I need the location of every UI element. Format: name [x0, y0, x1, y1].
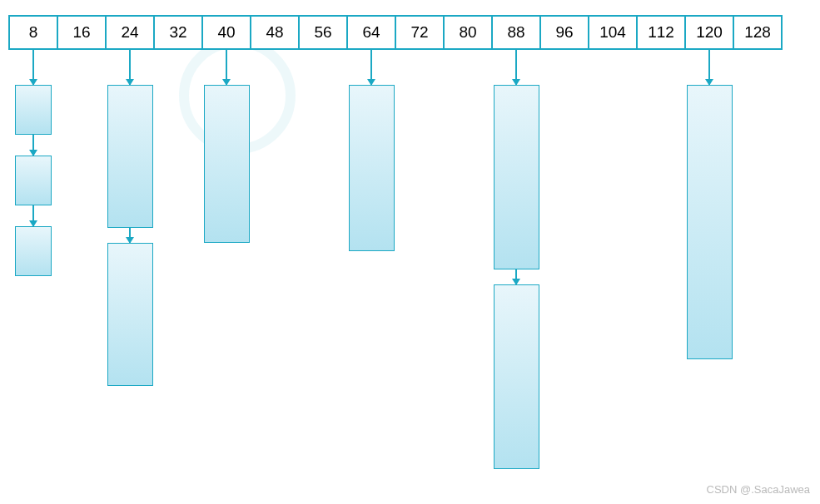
column-64: [349, 50, 395, 251]
memory-block: [15, 85, 52, 135]
column-88: [494, 50, 539, 469]
header-cell-104: 104: [588, 15, 638, 50]
memory-block: [687, 85, 733, 359]
memory-block: [494, 85, 539, 269]
arrow-down-icon: [129, 228, 131, 243]
header-cell-56: 56: [298, 15, 348, 50]
arrow-down-icon: [32, 50, 34, 85]
arrow-down-icon: [32, 205, 34, 226]
memory-block: [204, 85, 250, 243]
header-cell-120: 120: [684, 15, 734, 50]
footer-attribution: CSDN @.SacaJawea: [707, 483, 810, 496]
memory-block: [107, 243, 153, 386]
header-cell-32: 32: [153, 15, 203, 50]
header-cell-40: 40: [201, 15, 251, 50]
column-24: [107, 50, 153, 386]
memory-block: [107, 85, 153, 228]
memory-block: [15, 226, 52, 276]
header-cell-88: 88: [491, 15, 541, 50]
memory-block: [494, 284, 539, 469]
arrow-down-icon: [708, 50, 710, 85]
header-cell-128: 128: [733, 15, 783, 50]
header-cell-80: 80: [443, 15, 493, 50]
arrow-down-icon: [129, 50, 131, 85]
arrow-down-icon: [515, 269, 517, 284]
header-cell-8: 8: [8, 15, 58, 50]
memory-block: [349, 85, 395, 251]
column-120: [687, 50, 733, 359]
column-40: [204, 50, 250, 243]
memory-block: [15, 156, 52, 205]
header-cell-24: 24: [105, 15, 155, 50]
header-cell-112: 112: [636, 15, 686, 50]
arrow-down-icon: [226, 50, 227, 85]
header-row: 81624324048566472808896104112120128: [8, 15, 783, 50]
column-8: [15, 50, 52, 276]
header-cell-64: 64: [346, 15, 396, 50]
arrow-down-icon: [32, 135, 34, 156]
header-cell-48: 48: [250, 15, 300, 50]
arrow-down-icon: [370, 50, 372, 85]
header-cell-72: 72: [395, 15, 445, 50]
arrow-down-icon: [515, 50, 517, 85]
header-cell-96: 96: [539, 15, 589, 50]
header-cell-16: 16: [57, 15, 107, 50]
